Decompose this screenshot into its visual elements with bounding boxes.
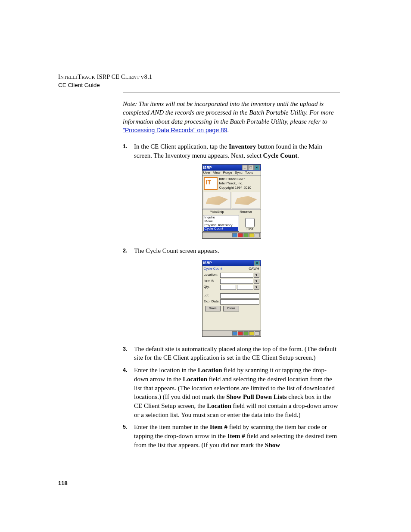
- step-number: 1.: [123, 142, 134, 160]
- location-label: Location:: [204, 273, 220, 277]
- note-link[interactable]: "Processing Data Records" on page 89: [123, 127, 227, 134]
- maximize-icon[interactable]: □: [248, 165, 254, 170]
- chevron-down-icon[interactable]: ▾: [254, 273, 259, 278]
- lot-label: Lot:: [204, 294, 220, 298]
- menu-sync[interactable]: Sync: [235, 171, 243, 175]
- menu-user[interactable]: User: [203, 171, 211, 175]
- tray-icon[interactable]: [243, 233, 249, 237]
- step-bold: Show Pull Down Lists: [226, 393, 286, 400]
- note-suffix: .: [227, 127, 229, 134]
- taskbar: [202, 330, 261, 336]
- step-number: 3.: [123, 345, 134, 362]
- expdate-label: Exp. Date:: [204, 300, 220, 304]
- tray-icon[interactable]: [238, 331, 243, 336]
- qty-input[interactable]: [220, 285, 237, 290]
- chevron-down-icon[interactable]: ▾: [254, 279, 259, 284]
- about-panel: IntelliTrack ISRP IntelliTrack, Inc. Cop…: [202, 176, 261, 191]
- note-body: The items will not be incorporated into …: [123, 100, 334, 125]
- item-input[interactable]: [220, 279, 253, 284]
- expdate-input[interactable]: [220, 299, 259, 305]
- step-4: 4. Enter the location in the Location fi…: [123, 366, 340, 419]
- taskbar: [202, 232, 261, 238]
- step-text: In the CE Client application, tap the: [134, 143, 229, 150]
- window-title: ISRP: [203, 166, 212, 170]
- tray-icon[interactable]: [255, 331, 260, 336]
- about-line1: IntelliTrack ISRP: [219, 177, 252, 181]
- window-title: ISRP: [203, 261, 212, 265]
- window-titlebar: ISRP _ □ ×: [202, 165, 261, 171]
- figure-isrp-main-window: ISRP _ □ × User View Purge Sync Tools In…: [202, 164, 261, 239]
- form-title: Cycle Count: [204, 267, 223, 271]
- step-text: The Cycle Count screen appears.: [134, 246, 340, 255]
- location-input[interactable]: [220, 273, 253, 278]
- page-number: 118: [58, 480, 68, 486]
- step-bold: Item #: [210, 423, 227, 430]
- menu-view[interactable]: View: [213, 171, 220, 175]
- step-text: Enter the location in the: [134, 367, 198, 373]
- submenu-cycle-count[interactable]: Cycle Count: [204, 227, 238, 231]
- figure-cycle-count-window: ISRP × Cycle Count CAWH Location:▾ Item …: [202, 260, 261, 337]
- tray-icon[interactable]: [238, 233, 243, 237]
- window-titlebar: ISRP ×: [202, 260, 261, 266]
- save-button[interactable]: Save: [205, 306, 221, 311]
- step-bold: Location: [198, 367, 222, 373]
- step-1: 1. In the CE Client application, tap the…: [123, 142, 340, 160]
- horizontal-rule: [123, 93, 340, 93]
- close-icon[interactable]: ×: [254, 165, 260, 170]
- about-line3: Copyright 1994-2010: [219, 186, 252, 190]
- find-icon[interactable]: [245, 218, 255, 227]
- qty-label: Qty.:: [204, 285, 220, 289]
- tray-icon[interactable]: [255, 233, 260, 237]
- step-text: .: [297, 152, 299, 159]
- step-bold: Inventory: [229, 143, 256, 150]
- note-prefix: Note:: [123, 100, 139, 107]
- running-head-product: INTELLITRACK ISRP CE CLIENT V8.1: [58, 73, 340, 81]
- tray-icon[interactable]: [249, 331, 254, 336]
- step-bold: Location: [207, 402, 231, 409]
- receive-button[interactable]: Receive: [231, 210, 261, 215]
- step-bold: Show: [265, 442, 280, 448]
- uom-input[interactable]: [237, 285, 253, 290]
- lot-input[interactable]: [220, 293, 259, 299]
- about-line2: IntelliTrack, Inc.: [219, 181, 252, 186]
- step-bold: Item #: [227, 432, 245, 439]
- tray-icon[interactable]: [232, 331, 237, 336]
- step-bold: Location: [183, 376, 207, 383]
- menu-purge[interactable]: Purge: [223, 171, 232, 175]
- step-5: 5. Enter the item number in the Item # f…: [123, 423, 340, 449]
- menu-tools[interactable]: Tools: [245, 171, 253, 175]
- step-number: 4.: [123, 366, 134, 419]
- find-button[interactable]: Find: [246, 227, 253, 231]
- inventory-submenu: Inquire Move Physical Inventory Cycle Co…: [203, 215, 239, 232]
- step-text: The default site is automatically placed…: [134, 345, 340, 362]
- chevron-down-icon[interactable]: ▾: [254, 285, 259, 290]
- step-text: Enter the item number in the: [134, 423, 210, 430]
- tray-icon[interactable]: [249, 233, 254, 237]
- minimize-icon[interactable]: _: [242, 165, 248, 170]
- menu-bar: User View Purge Sync Tools: [202, 171, 261, 176]
- receive-icon[interactable]: [232, 192, 260, 209]
- step-3: 3. The default site is automatically pla…: [123, 345, 340, 362]
- close-icon[interactable]: ×: [254, 261, 260, 266]
- intellitrack-logo-icon: [204, 177, 218, 190]
- clear-button[interactable]: Clear: [223, 306, 239, 311]
- item-label: Item #:: [204, 279, 220, 283]
- step-2: 2. The Cycle Count screen appears.: [123, 246, 340, 255]
- step-number: 2.: [123, 246, 134, 255]
- step-bold: Cycle Count: [263, 152, 298, 159]
- step-number: 5.: [123, 423, 134, 449]
- pick-ship-icon[interactable]: [203, 192, 231, 209]
- site-code: CAWH: [249, 267, 259, 271]
- pick-ship-button[interactable]: Pick/Ship: [202, 210, 232, 215]
- tray-icon[interactable]: [232, 233, 237, 237]
- tray-icon[interactable]: [243, 331, 249, 336]
- note-paragraph: Note: The items will not be incorporated…: [123, 100, 340, 134]
- running-head-guide: CE Client Guide: [58, 81, 340, 89]
